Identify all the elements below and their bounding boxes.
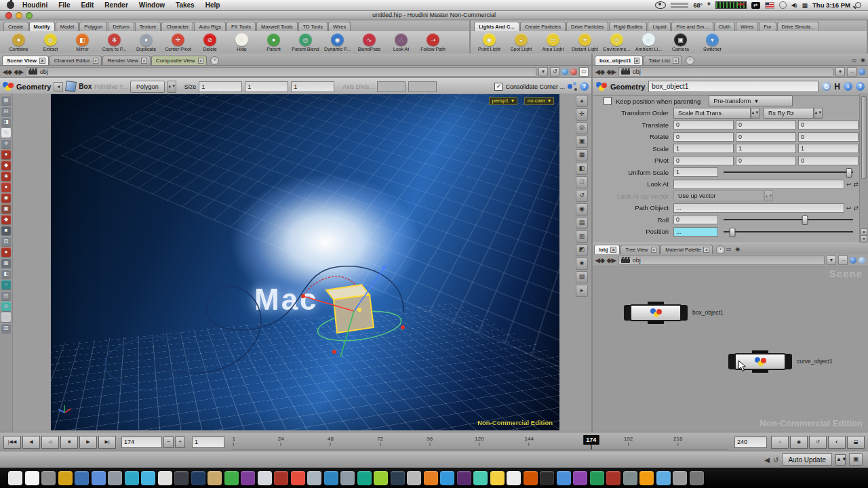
- network-editor[interactable]: Scene Non-Commercial Edition box_object1…: [593, 266, 868, 432]
- viewport-tool-icon[interactable]: ◈: [1, 171, 11, 181]
- viewport-tool-icon[interactable]: ▧: [1, 323, 11, 333]
- shelf-tool[interactable]: ∿ BlendPose: [353, 33, 385, 52]
- node-box-object1[interactable]: box_object1: [624, 304, 688, 321]
- viewport-tool-icon[interactable]: ▤: [1, 291, 11, 300]
- shelf-tool[interactable]: ▣ Camera: [665, 33, 696, 52]
- shelf-tool[interactable]: ∴ Look At: [385, 33, 417, 52]
- viewport-display-icon[interactable]: ▸: [576, 285, 588, 297]
- pane-tab[interactable]: Take List ×: [644, 56, 682, 65]
- pretransform-select[interactable]: Pre-transform ▾: [709, 96, 793, 106]
- dock-app-icon[interactable]: [507, 471, 521, 485]
- close-window-button[interactable]: [5, 12, 12, 19]
- viewport-tool-icon[interactable]: ◆: [1, 215, 11, 224]
- path-field[interactable]: obj: [26, 67, 536, 77]
- frame-decrement-button[interactable]: −: [163, 436, 174, 448]
- update-stepper[interactable]: ▲▼: [835, 454, 846, 466]
- consolidate-checkbox[interactable]: ✓: [494, 83, 502, 91]
- viewport-tool-icon[interactable]: ▤: [1, 106, 11, 116]
- houdini-engine-button[interactable]: H: [834, 82, 840, 92]
- playhead[interactable]: 174: [583, 435, 599, 445]
- dock-app-icon[interactable]: [391, 471, 405, 485]
- shelf-tab[interactable]: Model: [56, 22, 79, 31]
- shelf-tool[interactable]: ● Parent: [258, 33, 290, 52]
- dock-app-icon[interactable]: [224, 471, 239, 485]
- playbar-option-button[interactable]: ⬓: [847, 436, 865, 449]
- auto-update-select[interactable]: Auto Update: [782, 453, 832, 466]
- look-at-field[interactable]: [673, 180, 844, 189]
- shelf-tool[interactable]: ◧ Mirror: [66, 33, 98, 52]
- transport-button[interactable]: ■: [60, 436, 78, 449]
- roll-field[interactable]: 0: [673, 215, 718, 224]
- dock-app-icon[interactable]: [291, 471, 305, 485]
- viewport-tool-icon[interactable]: ◎: [1, 302, 11, 311]
- shelf-tool[interactable]: ▾ Switcher: [696, 33, 728, 52]
- nav-forward-icon[interactable]: ◆▶: [607, 257, 616, 264]
- pane-tab[interactable]: Channel Editor ×: [50, 56, 102, 65]
- battery-icon[interactable]: [779, 1, 787, 9]
- viewport-tool-icon[interactable]: ▦: [1, 258, 11, 268]
- dock-app-icon[interactable]: [524, 471, 538, 485]
- volume-icon[interactable]: ◀): [791, 2, 797, 8]
- shelf-tool[interactable]: ✛ Center Pivot: [162, 33, 194, 52]
- transport-button[interactable]: ◀: [22, 436, 40, 449]
- shelf-tool[interactable]: ➝ Follow Path: [417, 33, 449, 52]
- dock-app-icon[interactable]: [557, 471, 571, 485]
- transport-button[interactable]: ◁: [41, 436, 59, 449]
- dock-app-icon[interactable]: [307, 471, 321, 485]
- nav-forward-icon[interactable]: ◆▶: [607, 68, 616, 75]
- chevron-down-icon[interactable]: ▾: [538, 67, 548, 77]
- menu-item[interactable]: Help: [200, 1, 226, 9]
- pane-tab[interactable]: Render View ×: [102, 56, 150, 65]
- dock-app-icon[interactable]: [141, 471, 155, 485]
- position-field[interactable]: ...: [673, 227, 718, 237]
- viewport-display-icon[interactable]: ▣: [576, 136, 588, 148]
- dock-app-icon[interactable]: [457, 471, 471, 485]
- close-tab-icon[interactable]: ×: [610, 247, 616, 253]
- shelf-tool[interactable]: ● Duplicate: [130, 33, 162, 52]
- dock-app-icon[interactable]: [108, 471, 122, 485]
- sync-icon[interactable]: ⇄: [751, 2, 760, 9]
- rotate-order-stepper[interactable]: ▲▼: [814, 108, 823, 119]
- dock-app-icon[interactable]: [573, 471, 587, 485]
- dock-app-icon[interactable]: [606, 471, 620, 485]
- add-tab-button[interactable]: +: [210, 56, 219, 65]
- shelf-tab[interactable]: Create Particles: [520, 22, 566, 31]
- translate-y-field[interactable]: 0: [736, 120, 796, 129]
- shelf-tab[interactable]: Wires: [736, 22, 758, 31]
- high-quality-icon[interactable]: [570, 68, 577, 75]
- menu-item[interactable]: Edit: [75, 1, 99, 9]
- op-chooser-icon[interactable]: ↩: [846, 181, 852, 188]
- minimize-window-button[interactable]: [16, 12, 22, 19]
- viewport-tool-icon[interactable]: ✛: [1, 139, 11, 148]
- memory-icon[interactable]: ▣: [849, 453, 863, 466]
- context-collapse-icon[interactable]: ◂: [54, 82, 63, 92]
- dock-app-icon[interactable]: [374, 471, 388, 485]
- pin-icon[interactable]: →: [838, 256, 848, 265]
- primitive-type-stepper[interactable]: ▲▼: [167, 81, 176, 93]
- viewport-display-icon[interactable]: ▦: [576, 149, 588, 161]
- temperature-status[interactable]: 68°: [693, 2, 703, 9]
- shelf-tab[interactable]: Liquid: [648, 22, 671, 31]
- viewport-tool-icon[interactable]: ▣: [1, 204, 11, 214]
- viewport-display-icon[interactable]: ▤: [576, 217, 588, 229]
- start-frame-field[interactable]: 1: [192, 436, 224, 448]
- help-icon[interactable]: ?: [856, 82, 865, 91]
- camera-menu[interactable]: persp1 ▾: [489, 97, 517, 105]
- refresh-icon[interactable]: ↺: [773, 456, 778, 464]
- refresh-icon[interactable]: ↺: [550, 67, 559, 77]
- apple-icon[interactable]: [7, 1, 14, 9]
- dock-app-icon[interactable]: [357, 471, 372, 485]
- shelf-tab[interactable]: Fur: [759, 22, 776, 31]
- shelf-tab[interactable]: Maxwell Tools: [256, 22, 298, 31]
- display-options-icon[interactable]: ▭: [579, 67, 589, 77]
- no-cam-menu[interactable]: no cam ▾: [524, 97, 554, 105]
- maximize-pane-icon[interactable]: ▭: [725, 245, 732, 253]
- viewport-display-icon[interactable]: ▧: [576, 271, 588, 283]
- dock-app-icon[interactable]: [174, 471, 189, 485]
- nav-back-icon[interactable]: ◀◆: [595, 257, 605, 264]
- rotate-z-field[interactable]: 0: [798, 132, 859, 142]
- viewport-display-icon[interactable]: ◩: [576, 244, 588, 256]
- close-tab-icon[interactable]: ×: [634, 58, 640, 64]
- spotlight-icon[interactable]: [855, 2, 861, 8]
- dock-app-icon[interactable]: [590, 471, 604, 485]
